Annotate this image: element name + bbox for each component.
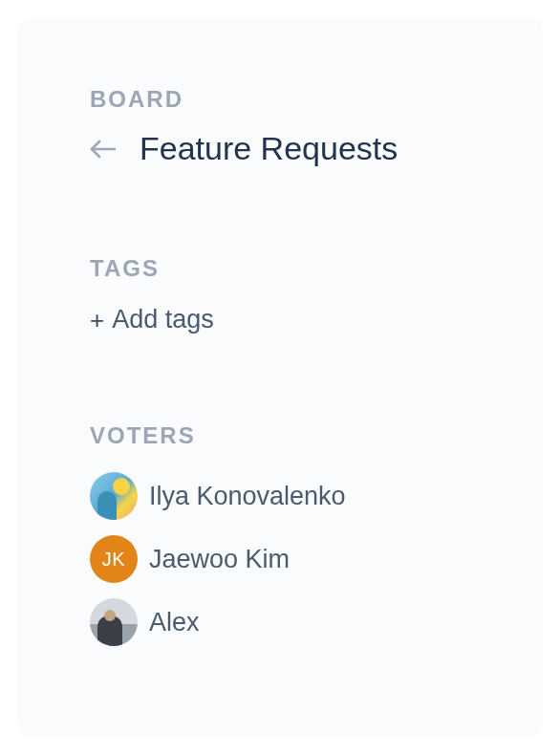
voters-list: Ilya Konovalenko JK Jaewoo Kim Alex	[90, 472, 470, 646]
plus-icon: +	[90, 308, 104, 333]
voters-section-label: VOTERS	[90, 422, 470, 449]
voter-row[interactable]: JK Jaewoo Kim	[90, 535, 470, 583]
avatar	[90, 472, 138, 520]
avatar	[90, 598, 138, 646]
board-name[interactable]: Feature Requests	[140, 130, 398, 167]
avatar: JK	[90, 535, 138, 583]
voters-section: VOTERS Ilya Konovalenko JK Jaewoo Kim Al…	[90, 422, 470, 646]
voter-row[interactable]: Alex	[90, 598, 470, 646]
add-tags-button[interactable]: + Add tags	[90, 305, 470, 334]
tags-section-label: TAGS	[90, 255, 470, 282]
board-row: Feature Requests	[90, 130, 470, 167]
add-tags-label: Add tags	[112, 305, 214, 334]
back-arrow-icon[interactable]	[90, 139, 117, 160]
voter-name: Alex	[149, 608, 200, 637]
details-panel: BOARD Feature Requests TAGS + Add tags V…	[17, 17, 543, 738]
voter-name: Jaewoo Kim	[149, 545, 290, 574]
voter-row[interactable]: Ilya Konovalenko	[90, 472, 470, 520]
voter-name: Ilya Konovalenko	[149, 482, 346, 511]
tags-section: TAGS + Add tags	[90, 255, 470, 334]
board-section-label: BOARD	[90, 86, 470, 113]
